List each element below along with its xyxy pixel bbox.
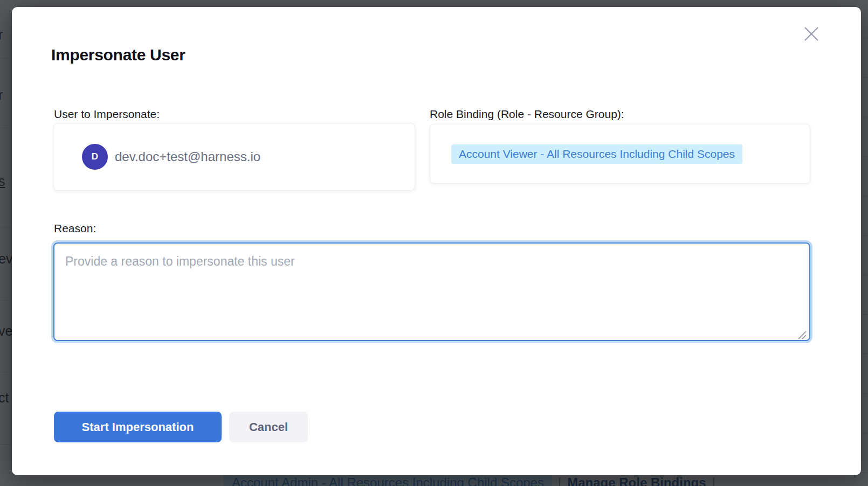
avatar: D <box>82 144 108 170</box>
page-title: Impersonate User <box>51 46 185 64</box>
user-email: dev.doc+test@harness.io <box>115 149 260 164</box>
start-impersonation-button[interactable]: Start Impersonation <box>54 412 222 442</box>
role-binding-card: Account Viewer - All Resources Including… <box>430 124 810 184</box>
modal-actions: Start Impersonation Cancel <box>54 412 308 442</box>
role-binding-chip[interactable]: Account Viewer - All Resources Including… <box>451 144 742 164</box>
user-to-impersonate-label: User to Impersonate: <box>54 108 160 121</box>
close-icon[interactable] <box>803 25 820 43</box>
reason-label: Reason: <box>54 222 96 235</box>
user-card: D dev.doc+test@harness.io <box>53 123 415 191</box>
role-binding-label: Role Binding (Role - Resource Group): <box>430 108 624 121</box>
cancel-button[interactable]: Cancel <box>229 412 308 442</box>
reason-input[interactable] <box>53 242 810 341</box>
impersonate-user-modal: Impersonate User User to Impersonate: Ro… <box>12 7 861 475</box>
